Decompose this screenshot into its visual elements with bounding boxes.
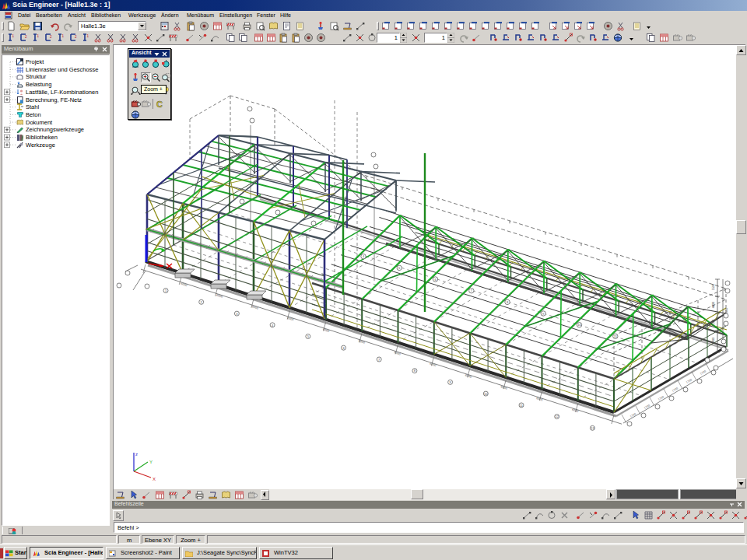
svg-text:6000: 6000	[500, 385, 507, 390]
svg-text:z: z	[135, 452, 138, 457]
svg-text:10: 10	[484, 392, 488, 396]
svg-text:2: 2	[75, 35, 77, 39]
svg-text:4400: 4400	[712, 302, 715, 308]
svg-text:3100: 3100	[712, 320, 715, 326]
svg-text:1: 1	[87, 34, 89, 38]
svg-text:C: C	[156, 100, 163, 109]
svg-text:6000: 6000	[322, 328, 329, 333]
svg-text:1: 1	[12, 34, 15, 38]
svg-text:1: 1	[37, 34, 40, 38]
svg-text:X: X	[153, 477, 156, 481]
svg-text:1700: 1700	[658, 395, 665, 401]
svg-text:6000: 6000	[536, 397, 543, 401]
svg-text:6000: 6000	[287, 317, 294, 321]
svg-text:1: 1	[62, 34, 65, 38]
svg-text:6000: 6000	[465, 374, 472, 379]
svg-text:6000: 6000	[394, 351, 401, 355]
svg-text:6000: 6000	[181, 282, 188, 287]
svg-text:6000: 6000	[251, 305, 258, 310]
svg-text:2: 2	[25, 35, 27, 39]
svg-text:10: 10	[577, 323, 581, 327]
svg-text:13: 13	[591, 426, 594, 430]
svg-text:1700: 1700	[672, 387, 679, 392]
svg-text:8000: 8000	[712, 338, 715, 344]
svg-text:6000: 6000	[358, 339, 365, 344]
svg-text:12: 12	[555, 415, 559, 418]
svg-text:2: 2	[50, 35, 52, 39]
svg-text:5500: 5500	[712, 284, 715, 290]
svg-text:Y: Y	[149, 460, 153, 464]
svg-text:6000: 6000	[216, 294, 223, 299]
svg-text:6000: 6000	[571, 408, 578, 413]
svg-text:6000: 6000	[430, 362, 437, 367]
